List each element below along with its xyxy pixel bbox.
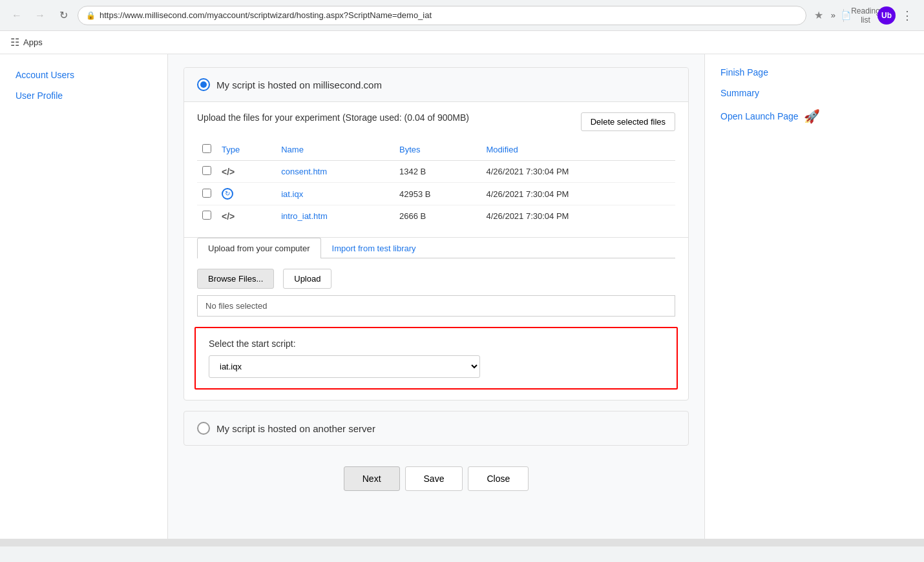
action-buttons: Next Save Close <box>184 456 689 506</box>
upload-section: Upload the files for your experiment (St… <box>184 102 688 237</box>
start-script-label: Select the start script: <box>209 338 664 349</box>
radio-selected[interactable] <box>197 78 210 91</box>
browse-files-button[interactable]: Browse Files... <box>197 269 274 289</box>
open-launch-page-link[interactable]: Open Launch Page 🚀 <box>720 109 908 124</box>
menu-button[interactable]: ⋮ <box>898 6 916 25</box>
col-modified: Modified <box>481 139 676 161</box>
table-row: </> consent.htm 1342 B 4/26/2021 7:30:04… <box>197 161 675 183</box>
table-row: </> intro_iat.htm 2666 B 4/26/2021 7:30:… <box>197 205 675 227</box>
upload-tab-strip: Upload from your computer Import from te… <box>197 238 675 258</box>
radio-selected-inner <box>200 81 207 88</box>
apps-grid-icon: ☷ <box>10 36 19 48</box>
storage-description: Upload the files for your experiment (St… <box>197 112 469 123</box>
hosting-header-2: My script is hosted on another server <box>184 411 688 445</box>
col-type: Type <box>216 139 276 161</box>
forward-button[interactable]: → <box>31 6 49 25</box>
no-files-box: No files selected <box>197 295 675 317</box>
delete-selected-files-button[interactable]: Delete selected files <box>581 112 675 131</box>
tab-upload-computer[interactable]: Upload from your computer <box>197 238 321 258</box>
col-bytes: Bytes <box>394 139 481 161</box>
col-name: Name <box>276 139 394 161</box>
save-button[interactable]: Save <box>405 466 463 491</box>
sidebar: Account Users User Profile <box>0 54 168 539</box>
file-bytes-1: 1342 B <box>394 161 481 183</box>
address-bar[interactable]: 🔒 https://www.millisecond.com/myaccount/… <box>78 6 806 25</box>
file-link-3[interactable]: intro_iat.htm <box>281 211 328 221</box>
file-icon-iqx: ↻ <box>222 188 233 200</box>
main-content: My script is hosted on millisecond.com U… <box>168 54 704 539</box>
file-icon-html-1: </> <box>222 167 235 177</box>
file-modified-1: 4/26/2021 7:30:04 PM <box>481 161 676 183</box>
right-panel: Finish Page Summary Open Launch Page 🚀 <box>704 54 924 539</box>
browser-chrome: ← → ↻ 🔒 https://www.millisecond.com/myac… <box>0 0 924 31</box>
file-link-1[interactable]: consent.htm <box>281 167 327 176</box>
bookmark-icon[interactable]: ★ <box>814 9 823 21</box>
file-table: Type Name Bytes Modified </> consent.htm… <box>197 139 675 227</box>
hosting-section-1: My script is hosted on millisecond.com U… <box>184 67 689 401</box>
file-checkbox-3[interactable] <box>202 211 211 220</box>
horizontal-scrollbar[interactable] <box>0 539 924 546</box>
file-bytes-2: 42953 B <box>394 183 481 205</box>
apps-label: Apps <box>23 37 43 47</box>
hosting-header-1: My script is hosted on millisecond.com <box>184 68 688 102</box>
file-modified-2: 4/26/2021 7:30:04 PM <box>481 183 676 205</box>
hosting-title-1: My script is hosted on millisecond.com <box>216 79 382 90</box>
file-checkbox-2[interactable] <box>202 189 211 198</box>
url-text: https://www.millisecond.com/myaccount/sc… <box>100 10 798 20</box>
rocket-icon: 🚀 <box>804 109 820 124</box>
back-button[interactable]: ← <box>8 6 26 25</box>
sidebar-item-account-users[interactable]: Account Users <box>0 65 167 85</box>
tab-import-library[interactable]: Import from test library <box>321 238 427 258</box>
more-tools[interactable]: » <box>831 10 835 20</box>
profile-button[interactable]: Ub <box>877 6 896 25</box>
hosting-title-2: My script is hosted on another server <box>216 423 375 434</box>
page-wrapper: Account Users User Profile My script is … <box>0 54 924 539</box>
file-modified-3: 4/26/2021 7:30:04 PM <box>481 205 676 227</box>
radio-unselected[interactable] <box>197 422 210 435</box>
next-button[interactable]: Next <box>344 466 400 491</box>
file-link-2[interactable]: iat.iqx <box>281 189 303 199</box>
reading-list-button[interactable]: 📄 Reading list <box>852 6 870 25</box>
close-button[interactable]: Close <box>468 466 529 491</box>
open-launch-page-text: Open Launch Page <box>720 111 799 121</box>
file-bytes-3: 2666 B <box>394 205 481 227</box>
file-icon-html-3: </> <box>222 211 235 222</box>
start-script-section: Select the start script: iat.iqx consent… <box>194 327 678 390</box>
sidebar-item-user-profile[interactable]: User Profile <box>0 85 167 106</box>
table-row: ↻ iat.iqx 42953 B 4/26/2021 7:30:04 PM <box>197 183 675 205</box>
refresh-button[interactable]: ↻ <box>54 6 72 25</box>
apps-bar: ☷ Apps <box>0 31 924 54</box>
hosting-section-2: My script is hosted on another server <box>184 411 689 446</box>
lock-icon: 🔒 <box>86 11 96 20</box>
select-all-checkbox[interactable] <box>202 144 211 153</box>
upload-button[interactable]: Upload <box>283 269 331 289</box>
start-script-select[interactable]: iat.iqx consent.htm intro_iat.htm <box>209 355 480 378</box>
summary-link[interactable]: Summary <box>720 88 908 98</box>
file-checkbox-1[interactable] <box>202 166 211 175</box>
finish-page-link[interactable]: Finish Page <box>720 67 908 78</box>
